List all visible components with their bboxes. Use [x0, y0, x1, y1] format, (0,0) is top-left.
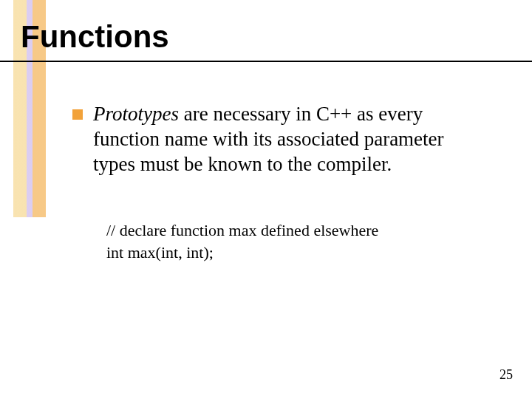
code-block: // declare function max defined elsewher… — [106, 219, 486, 263]
bullet-item: Prototypes are necessary in C++ as every… — [72, 102, 486, 177]
slide-body: Prototypes are necessary in C++ as every… — [72, 102, 486, 264]
bullet-text: Prototypes are necessary in C++ as every… — [93, 102, 486, 177]
code-line-2: int max(int, int); — [106, 242, 486, 264]
code-line-1: // declare function max defined elsewher… — [106, 219, 486, 242]
square-bullet-icon — [72, 109, 83, 120]
page-number: 25 — [499, 367, 513, 383]
slide-title: Functions — [21, 19, 169, 55]
slide: Functions Prototypes are necessary in C+… — [0, 0, 532, 399]
bullet-emphasis: Prototypes — [93, 103, 179, 125]
title-underline — [0, 61, 532, 62]
